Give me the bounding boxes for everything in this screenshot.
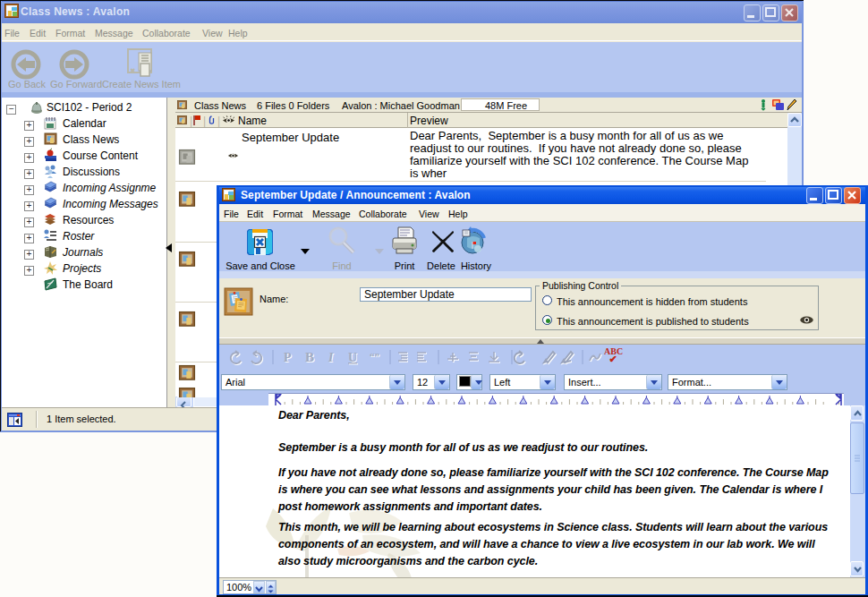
- svg-text:B: B: [305, 350, 314, 364]
- svg-text:I: I: [328, 351, 334, 364]
- svg-text:U: U: [348, 351, 357, 364]
- svg-text:P: P: [284, 351, 292, 364]
- svg-text:“”: “”: [370, 351, 379, 362]
